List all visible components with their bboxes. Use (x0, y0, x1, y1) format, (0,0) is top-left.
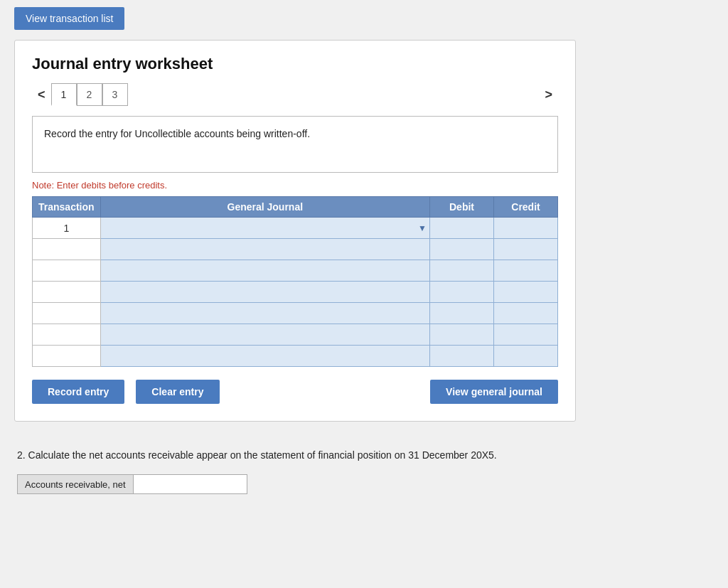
clear-entry-button[interactable]: Clear entry (136, 380, 219, 404)
cell-transaction (33, 303, 101, 324)
col-header-debit: Debit (430, 197, 494, 218)
cell-credit[interactable] (494, 218, 558, 239)
cell-general-journal[interactable] (100, 303, 429, 324)
cell-transaction (33, 260, 101, 282)
tab-2[interactable]: 2 (77, 83, 102, 106)
cell-general-journal[interactable] (100, 260, 429, 282)
cell-transaction (33, 346, 101, 367)
button-row: Record entry Clear entry View general jo… (32, 380, 558, 404)
table-row (33, 303, 558, 324)
instruction-box: Record the entry for Uncollectible accou… (32, 116, 558, 173)
col-header-transaction: Transaction (33, 197, 101, 218)
cell-credit[interactable] (494, 239, 558, 260)
cell-credit[interactable] (494, 303, 558, 324)
cell-debit[interactable] (430, 346, 494, 367)
table-row (33, 346, 558, 367)
tab-1[interactable]: 1 (51, 83, 77, 106)
table-row (33, 260, 558, 282)
cell-transaction: 1 (33, 218, 101, 239)
cell-debit[interactable] (430, 218, 494, 239)
cell-credit[interactable] (494, 324, 558, 346)
col-header-credit: Credit (494, 197, 558, 218)
table-row: 1▼ (33, 218, 558, 239)
cell-general-journal[interactable] (100, 239, 429, 260)
answer-label: Accounts receivable, net (17, 474, 134, 494)
question-2-section: 2. Calculate the net accounts receivable… (14, 447, 714, 494)
accounts-receivable-net-input[interactable] (134, 474, 247, 494)
question-2-text: 2. Calculate the net accounts receivable… (17, 447, 711, 463)
cell-transaction (33, 239, 101, 260)
answer-row: Accounts receivable, net (17, 474, 711, 494)
dropdown-arrow-icon[interactable]: ▼ (418, 223, 427, 233)
col-header-general-journal: General Journal (100, 197, 429, 218)
journal-table: Transaction General Journal Debit Credit… (32, 196, 558, 367)
prev-tab-button[interactable]: < (32, 85, 51, 105)
cell-credit[interactable] (494, 282, 558, 303)
view-transaction-button[interactable]: View transaction list (14, 7, 124, 30)
tab-3[interactable]: 3 (102, 83, 128, 106)
worksheet-container: Journal entry worksheet < 1 2 3 > Record… (14, 40, 576, 422)
table-row (33, 239, 558, 260)
cell-debit[interactable] (430, 282, 494, 303)
view-general-journal-button[interactable]: View general journal (430, 380, 558, 404)
tab-navigation: < 1 2 3 > (32, 83, 558, 106)
cell-transaction (33, 282, 101, 303)
cell-debit[interactable] (430, 260, 494, 282)
cell-credit[interactable] (494, 346, 558, 367)
cell-general-journal[interactable] (100, 324, 429, 346)
cell-credit[interactable] (494, 260, 558, 282)
cell-transaction (33, 324, 101, 346)
record-entry-button[interactable]: Record entry (32, 380, 124, 404)
note-text: Note: Enter debits before credits. (32, 180, 558, 191)
table-row (33, 282, 558, 303)
cell-general-journal[interactable]: ▼ (100, 218, 429, 239)
cell-general-journal[interactable] (100, 346, 429, 367)
worksheet-title: Journal entry worksheet (32, 55, 558, 73)
cell-debit[interactable] (430, 239, 494, 260)
next-tab-button[interactable]: > (539, 85, 558, 105)
cell-debit[interactable] (430, 324, 494, 346)
table-row (33, 324, 558, 346)
cell-debit[interactable] (430, 303, 494, 324)
cell-general-journal[interactable] (100, 282, 429, 303)
